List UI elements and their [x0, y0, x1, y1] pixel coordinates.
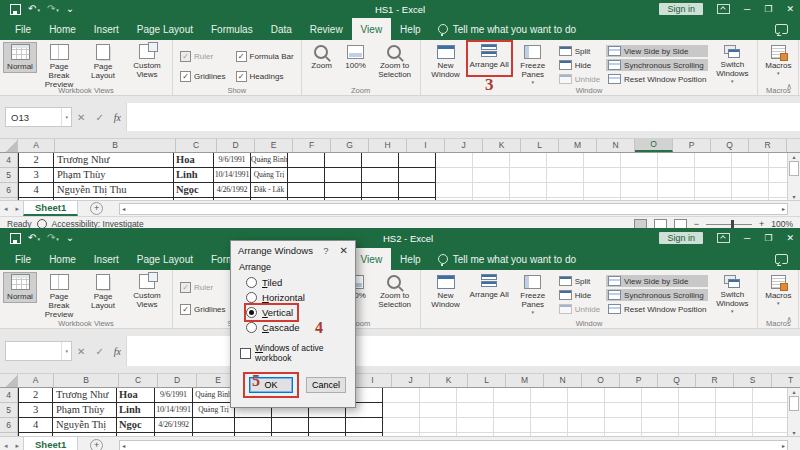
qat-customize-button[interactable]: ⌄ — [66, 233, 74, 243]
ribbon-tab[interactable]: File — [6, 18, 40, 40]
headings-checkbox[interactable]: ✓Headings — [236, 70, 294, 85]
cell[interactable]: Phạm Thùy — [53, 403, 117, 418]
view-side-by-side-button[interactable]: View Side by Side — [606, 45, 708, 57]
reset-window-position-button[interactable]: Reset Window Position — [606, 73, 708, 85]
gridlines-checkbox[interactable]: ✓Gridlines — [180, 301, 226, 317]
minimize-button[interactable]: ─ — [744, 234, 750, 243]
scroll-left-icon[interactable]: ◂ — [122, 205, 125, 212]
cell[interactable]: 3 — [18, 168, 54, 183]
column-header[interactable]: D — [158, 374, 197, 387]
name-box-dropdown-icon[interactable]: ▾ — [61, 342, 71, 360]
cell[interactable] — [399, 168, 436, 183]
horizontal-scrollbar[interactable]: ◂ ▸ — [119, 203, 788, 215]
cell[interactable] — [362, 153, 399, 168]
new-sheet-button[interactable]: + — [90, 439, 103, 450]
cell[interactable]: Trương Như — [53, 388, 117, 403]
scroll-down-icon[interactable]: ▾ — [792, 193, 795, 200]
formula-bar-checkbox[interactable]: ✓Formula Bar — [236, 49, 294, 64]
cell[interactable] — [288, 168, 325, 183]
page-layout-view-button[interactable]: Page Layout — [81, 272, 125, 312]
zoom-to-selection-button[interactable]: Zoom to Selection — [373, 272, 417, 311]
column-header[interactable]: T — [772, 374, 800, 387]
hide-button[interactable]: Hide — [557, 289, 602, 301]
cell[interactable]: 4 — [18, 183, 54, 198]
cell[interactable] — [272, 418, 309, 433]
cell[interactable] — [399, 153, 436, 168]
undo-button[interactable]: ↶▾ — [28, 233, 40, 243]
column-header[interactable]: E — [255, 139, 293, 152]
reset-window-position-button[interactable]: Reset Window Position — [606, 303, 708, 315]
restore-button[interactable]: ❐ — [764, 5, 772, 14]
normal-view-button[interactable]: Normal — [3, 42, 37, 73]
formula-bar-input[interactable] — [126, 103, 800, 131]
custom-views-button[interactable]: Custom Views — [125, 272, 169, 311]
name-box[interactable]: O13▾ — [5, 107, 72, 127]
scroll-right-icon[interactable]: ▸ — [782, 205, 785, 212]
page-break-preview-button[interactable]: Page Break Preview — [37, 272, 81, 322]
ribbon-tab[interactable]: Help — [391, 248, 430, 270]
cell[interactable]: 4/26/1992 — [155, 418, 193, 433]
column-header[interactable]: L — [521, 139, 559, 152]
cell[interactable] — [288, 153, 325, 168]
close-button[interactable]: ✕ — [786, 234, 794, 243]
freeze-panes-button[interactable]: Freeze Panes▾ — [511, 42, 555, 88]
switch-windows-button[interactable]: Switch Windows▾ — [710, 42, 754, 87]
dialog-option[interactable]: Horizontal — [246, 290, 309, 305]
sheet-nav-right-icon[interactable]: ▸ — [16, 205, 20, 213]
column-header[interactable]: M — [506, 374, 544, 387]
column-header[interactable]: I — [354, 374, 392, 387]
cell[interactable]: Quảng Trị — [193, 403, 235, 418]
windows-of-active-workbook-checkbox[interactable]: Windows of active workbook — [240, 343, 347, 363]
column-header[interactable]: L — [468, 374, 506, 387]
cell[interactable] — [325, 168, 362, 183]
formula-bar-input[interactable] — [126, 336, 800, 366]
insert-function-icon[interactable]: fx — [114, 346, 121, 357]
redo-button[interactable]: ↷▾ — [47, 233, 59, 243]
ribbon-tab[interactable]: Home — [40, 18, 85, 40]
collapse-ribbon-icon[interactable]: ∧ — [786, 315, 792, 324]
row-header[interactable]: 5 — [0, 168, 18, 183]
save-icon[interactable] — [10, 233, 21, 244]
column-header[interactable]: N — [544, 374, 582, 387]
ribbon-tab[interactable]: Home — [40, 248, 85, 270]
zoom-button[interactable]: Zoom — [305, 42, 339, 72]
cell[interactable]: 2 — [18, 153, 54, 168]
arrange-all-button[interactable]: Arrange All — [468, 272, 511, 301]
new-sheet-button[interactable]: + — [90, 202, 103, 215]
vertical-scrollbar[interactable]: ▴ ▾ — [787, 153, 800, 200]
column-header[interactable]: C — [119, 374, 158, 387]
column-header[interactable]: D — [217, 139, 255, 152]
close-button[interactable]: ✕ — [786, 5, 794, 14]
dialog-option[interactable]: Tiled — [246, 275, 286, 290]
cell[interactable]: 4/26/1992 — [214, 183, 251, 198]
page-layout-view-button[interactable]: Page Layout — [81, 42, 125, 82]
ribbon-tab[interactable]: Review — [301, 18, 352, 40]
comment-icon[interactable] — [775, 24, 788, 34]
column-header[interactable]: R — [696, 374, 734, 387]
cell[interactable]: Trương Như — [54, 153, 174, 168]
cell[interactable]: Quảng Bình — [193, 388, 235, 403]
cell[interactable]: Hoa — [117, 388, 155, 403]
cancel-icon[interactable]: ✕ — [77, 112, 85, 123]
ribbon-tab[interactable]: Page Layout — [128, 18, 202, 40]
custom-views-button[interactable]: Custom Views — [125, 42, 169, 81]
column-header[interactable]: O — [582, 374, 620, 387]
cell[interactable]: Hoa — [174, 153, 214, 168]
undo-button[interactable]: ↶▾ — [28, 4, 40, 14]
cell[interactable]: 10/14/1991 — [155, 403, 193, 418]
cell[interactable]: Đắk - Lắk — [251, 183, 288, 198]
column-header[interactable]: A — [18, 374, 54, 387]
qat-customize-button[interactable]: ⌄ — [66, 4, 74, 14]
cell[interactable] — [399, 183, 436, 198]
dialog-close-button[interactable]: ✕ — [340, 245, 348, 256]
column-header[interactable]: M — [559, 139, 597, 152]
cell[interactable]: Linh — [174, 168, 214, 183]
minimize-button[interactable]: ─ — [744, 5, 750, 14]
cell-grid[interactable]: 4 2 Trương Như Hoa 9/6/1991 Quảng Bình 5 — [0, 388, 800, 436]
enter-icon[interactable]: ✓ — [95, 346, 103, 357]
column-header[interactable]: K — [483, 139, 521, 152]
cell[interactable]: Ngọc — [174, 183, 214, 198]
name-box-dropdown-icon[interactable]: ▾ — [61, 108, 71, 126]
macros-button[interactable]: Macros▾ — [761, 272, 795, 309]
column-header[interactable]: J — [445, 139, 483, 152]
